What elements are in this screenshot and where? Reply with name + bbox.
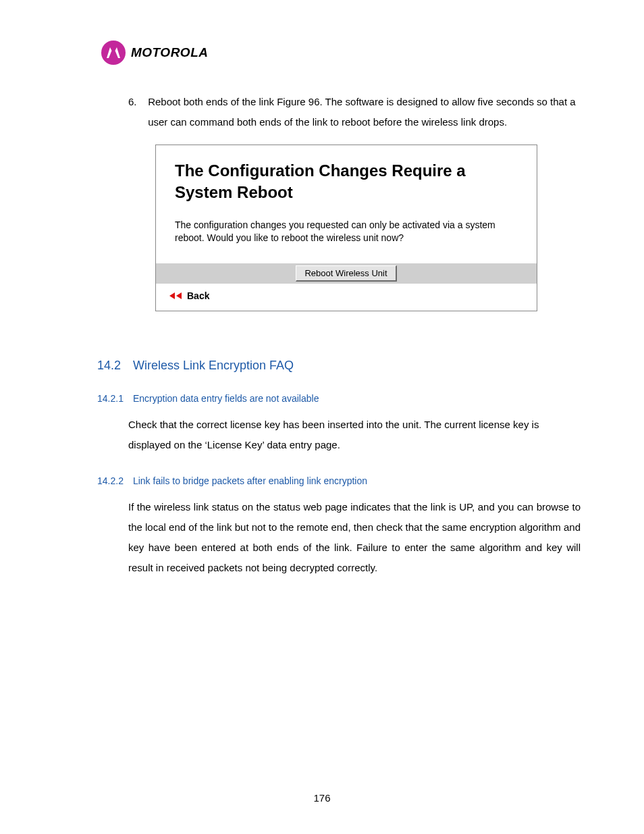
subsection-title: Encryption data entry fields are not ava… (133, 393, 319, 404)
back-link[interactable]: Back (156, 284, 537, 311)
section-title: Wireless Link Encryption FAQ (133, 359, 294, 372)
svg-marker-0 (169, 292, 175, 299)
svg-marker-1 (176, 292, 182, 299)
section-number: 14.2 (97, 359, 121, 373)
section-heading-14-2: 14.2Wireless Link Encryption FAQ (97, 359, 583, 373)
subsection-body-14-2-2: If the wireless link status on the statu… (128, 497, 581, 578)
dialog-description: The configuration changes you requested … (175, 219, 518, 244)
motorola-logo-icon (101, 41, 126, 65)
subsection-title: Link fails to bridge packets after enabl… (133, 475, 367, 486)
brand-text: MOTOROLA (131, 45, 208, 60)
subsection-heading-14-2-1: 14.2.1Encryption data entry fields are n… (97, 393, 583, 404)
dialog-title: The Configuration Changes Require a Syst… (175, 160, 518, 204)
subsection-number: 14.2.1 (97, 393, 124, 404)
back-label: Back (187, 290, 209, 301)
dialog-button-bar: Reboot Wireless Unit (156, 263, 537, 284)
reboot-wireless-unit-button[interactable]: Reboot Wireless Unit (296, 265, 396, 282)
subsection-body-14-2-1: Check that the correct license key has b… (128, 415, 581, 455)
ordered-list-item-6: 6. Reboot both ends of the link Figure 9… (128, 92, 583, 132)
brand-header: MOTOROLA (101, 41, 583, 65)
list-number: 6. (128, 92, 145, 112)
back-arrows-icon (168, 292, 183, 300)
subsection-number: 14.2.2 (97, 475, 124, 486)
list-text: Reboot both ends of the link Figure 96. … (148, 92, 580, 132)
subsection-heading-14-2-2: 14.2.2Link fails to bridge packets after… (97, 475, 583, 486)
figure-96-reboot-dialog: The Configuration Changes Require a Syst… (155, 145, 537, 311)
page-number: 176 (0, 792, 644, 804)
